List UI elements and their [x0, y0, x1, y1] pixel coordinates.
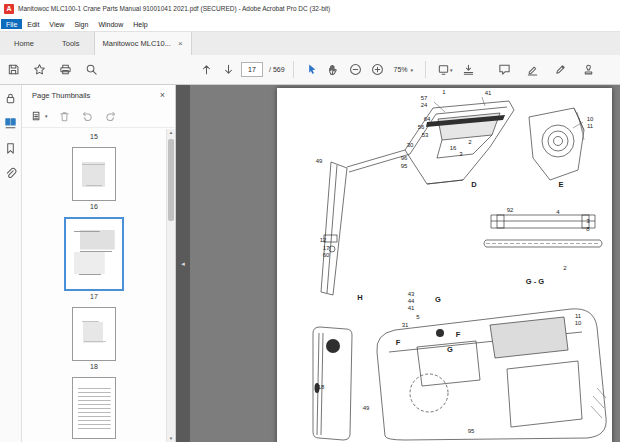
tab-close-icon[interactable]: × — [178, 40, 183, 48]
next-page-button[interactable] — [219, 61, 238, 78]
zoom-level-dropdown[interactable]: 75% ▾ — [390, 65, 418, 74]
page-number-input[interactable] — [241, 62, 263, 77]
tab-home[interactable]: Home — [0, 32, 48, 55]
thumbnail-item[interactable]: 17 — [64, 217, 124, 300]
thumbnail-page-number: 17 — [90, 293, 98, 300]
menu-item[interactable]: Window — [93, 19, 128, 29]
diagram-callout: 12 — [320, 237, 327, 243]
panel-divider[interactable]: ◄ — [176, 85, 190, 442]
diagram-callout: 5 — [416, 314, 419, 320]
document-area[interactable]: 57 24 1 41 64 56 53 30 — [190, 85, 620, 442]
diagram-callout: 31 — [402, 322, 409, 328]
thumbnails-panel: Page Thumbnails × ▾ — [22, 85, 176, 442]
diagram-callout: 41 — [408, 305, 415, 311]
scroll-up-icon[interactable]: ▲ — [167, 130, 175, 135]
menubar: File Edit View Sign Window Help — [0, 17, 620, 31]
zoom-out-icon — [349, 63, 362, 76]
tab-document[interactable]: Manitowoc MLC10... × — [94, 32, 192, 55]
menu-item[interactable]: Sign — [69, 19, 93, 29]
thumbnail-item[interactable]: 16 — [72, 147, 116, 210]
zoom-level-value: 75% — [394, 66, 408, 73]
thumbnail-image[interactable] — [72, 377, 116, 439]
diagram-callout: 60 — [323, 252, 330, 258]
tab-tools-label: Tools — [62, 39, 80, 48]
print-button[interactable] — [56, 61, 75, 78]
signature-icon — [582, 63, 595, 76]
sign-button[interactable] — [579, 61, 598, 78]
diagram-callout: G — [435, 296, 441, 304]
security-settings-button[interactable] — [3, 91, 18, 106]
rotate-right-button[interactable] — [103, 109, 118, 124]
thumbnail-options-button[interactable]: ▾ — [30, 109, 49, 124]
diagram-callout: F — [396, 339, 401, 347]
diagram-callout: 41 — [485, 90, 492, 96]
highlight-button[interactable] — [523, 61, 542, 78]
delete-page-button[interactable] — [57, 109, 72, 124]
thumbnail-page-number: 18 — [90, 363, 98, 370]
draw-button[interactable] — [551, 61, 570, 78]
diagram-callout: F — [456, 331, 461, 339]
menu-item[interactable]: View — [44, 19, 69, 29]
toolbar-right-group — [495, 61, 598, 78]
diagram-callout: 18 — [318, 384, 325, 390]
page-thumbnails-panel-button[interactable] — [3, 116, 18, 131]
rotate-left-button[interactable] — [80, 109, 95, 124]
thumbnail-scrollbar[interactable]: ▲ ▼ — [166, 129, 175, 442]
star-icon — [33, 63, 46, 76]
pen-icon — [554, 63, 567, 76]
menu-item[interactable]: Help — [128, 19, 152, 29]
panel-header: Page Thumbnails × — [22, 85, 175, 105]
chevron-down-icon: ▾ — [450, 67, 453, 73]
panel-close-button[interactable]: × — [158, 90, 167, 100]
scrolling-view-button[interactable] — [459, 61, 478, 78]
tab-tools[interactable]: Tools — [48, 32, 94, 55]
acrobat-app-icon: A — [4, 4, 14, 14]
attachments-panel-button[interactable] — [3, 166, 18, 181]
thumbnail-image[interactable] — [72, 147, 116, 201]
star-button[interactable] — [30, 61, 49, 78]
diagram-callout: 56 — [418, 124, 425, 130]
hand-tool-button[interactable] — [324, 61, 343, 78]
diagram-callout: 16 — [450, 145, 457, 151]
lock-icon — [4, 92, 17, 105]
thumbnail-item[interactable]: 15 — [90, 131, 98, 140]
thumbnail-image[interactable] — [64, 217, 124, 291]
diagram-callout: 3 — [586, 218, 589, 224]
diagram-callout: 8 — [586, 226, 589, 232]
menu-item[interactable]: File — [1, 19, 22, 29]
diagram-callout: 49 — [316, 158, 323, 164]
scrollbar-thumb[interactable] — [168, 139, 174, 221]
comment-button[interactable] — [495, 61, 514, 78]
previous-page-button[interactable] — [197, 61, 216, 78]
search-button[interactable] — [82, 61, 101, 78]
diagram-callout: 11 — [587, 123, 593, 129]
diagram-callout: E — [558, 181, 563, 189]
chevron-down-icon: ▾ — [45, 113, 48, 119]
diagram-callout: 64 — [424, 116, 431, 122]
diagram-callout: G - G — [526, 278, 544, 286]
bookmarks-panel-button[interactable] — [3, 141, 18, 156]
menu-item[interactable]: Edit — [22, 19, 44, 29]
paperclip-icon — [4, 167, 17, 180]
panel-toolbar: ▾ — [22, 105, 175, 128]
save-button[interactable] — [4, 61, 23, 78]
thumbnail-item[interactable]: 18 — [72, 307, 116, 370]
zoom-in-button[interactable] — [368, 61, 387, 78]
zoom-out-button[interactable] — [346, 61, 365, 78]
diagram-callout: 92 — [507, 207, 514, 213]
main-toolbar: / 569 75% ▾ ▾ — [0, 55, 620, 85]
select-tool-button[interactable] — [302, 61, 321, 78]
diagram-callout: H — [357, 294, 362, 302]
page-thumbnails-icon — [4, 117, 17, 130]
collapse-panel-icon[interactable]: ◄ — [180, 261, 186, 267]
thumbnail-image[interactable] — [72, 307, 116, 361]
diagram-callout: 17 — [323, 245, 330, 251]
thumbnail-item[interactable]: 19 — [72, 377, 116, 442]
diagram-callout: 95 — [401, 163, 408, 169]
scroll-down-icon[interactable]: ▼ — [167, 436, 175, 441]
pdf-page[interactable]: 57 24 1 41 64 56 53 30 — [277, 88, 612, 442]
fit-page-button[interactable]: ▾ — [434, 61, 456, 78]
rotate-ccw-icon — [81, 110, 94, 123]
thumbnail-list: 15 16 17 18 — [22, 129, 166, 442]
toolbar-separator — [425, 61, 426, 78]
